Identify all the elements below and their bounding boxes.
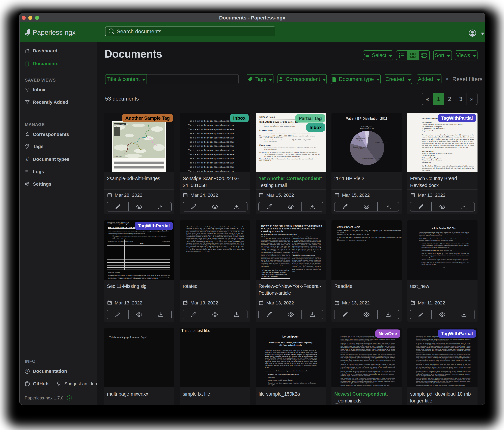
- svg-text:Google Earth: Google Earth: [114, 156, 122, 157]
- svg-text:?: ?: [27, 370, 28, 373]
- svg-text:i: i: [69, 396, 70, 400]
- svg-text:for days in BWCA: for days in BWCA: [114, 126, 122, 127]
- svg-text:Boundary Waters Trip: Boundary Waters Trip: [114, 123, 128, 125]
